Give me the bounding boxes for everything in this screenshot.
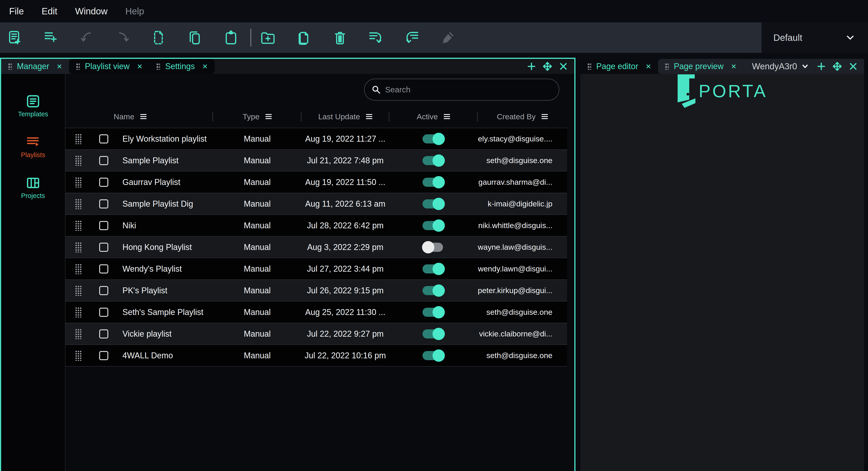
column-menu-icon[interactable]	[366, 114, 372, 119]
table-row[interactable]: Gaurrav Playlist Manual Aug 19, 2022 11:…	[65, 172, 567, 193]
column-header-name[interactable]: Name	[65, 106, 213, 128]
row-drag-handle-icon[interactable]	[75, 220, 82, 231]
table-row[interactable]: Sample Playlist Manual Jul 21, 2022 7:48…	[65, 150, 567, 172]
table-row[interactable]: 4WALL Demo Manual Jul 22, 2022 10:16 pm …	[65, 345, 567, 366]
active-toggle[interactable]	[422, 241, 445, 254]
row-drag-handle-icon[interactable]	[75, 329, 82, 339]
column-menu-icon[interactable]	[541, 114, 548, 119]
add-tab-icon[interactable]	[817, 62, 826, 71]
table-row[interactable]: Wendy's Playlist Manual Jul 27, 2022 3:4…	[65, 258, 567, 280]
drag-handle-icon[interactable]	[587, 63, 591, 70]
active-toggle[interactable]	[422, 219, 445, 232]
search-input[interactable]	[385, 85, 552, 94]
search-box[interactable]	[364, 79, 559, 100]
column-menu-icon[interactable]	[444, 114, 450, 119]
delete-icon[interactable]	[332, 26, 348, 49]
row-drag-handle-icon[interactable]	[75, 199, 82, 209]
export-playlist-icon[interactable]	[404, 26, 421, 49]
paste-icon[interactable]	[222, 26, 239, 49]
tab-playlist-view[interactable]: Playlist view ✕	[69, 59, 149, 74]
sidebar-item-projects[interactable]: Projects	[21, 176, 45, 200]
row-checkbox[interactable]	[99, 221, 108, 230]
active-toggle[interactable]	[422, 285, 445, 297]
close-tab-icon[interactable]: ✕	[646, 62, 651, 70]
row-drag-handle-icon[interactable]	[75, 285, 82, 296]
new-folder-icon[interactable]	[259, 26, 276, 49]
row-checkbox[interactable]	[99, 329, 108, 338]
menu-edit[interactable]: Edit	[41, 6, 57, 17]
active-toggle[interactable]	[422, 154, 445, 167]
tab-settings[interactable]: Settings ✕	[149, 59, 215, 74]
tab-manager[interactable]: Manager ✕	[1, 59, 69, 74]
row-checkbox[interactable]	[99, 286, 108, 295]
row-checkbox[interactable]	[99, 199, 108, 208]
drag-handle-icon[interactable]	[76, 63, 80, 70]
column-menu-icon[interactable]	[140, 114, 147, 119]
column-header-last-update[interactable]: Last Update	[302, 106, 389, 128]
user-selector[interactable]: WendyA3r0	[752, 59, 809, 74]
table-row[interactable]: PK's Playlist Manual Jul 26, 2022 9:15 p…	[65, 280, 567, 301]
table-row[interactable]: Hong Kong Playlist Manual Aug 3, 2022 2:…	[65, 237, 567, 258]
close-panel-icon[interactable]	[848, 62, 858, 71]
table-row[interactable]: Niki Manual Jul 28, 2022 6:42 pm niki.wh…	[65, 215, 567, 237]
move-panel-icon[interactable]	[833, 62, 842, 71]
row-drag-handle-icon[interactable]	[75, 177, 82, 187]
cut-document-icon[interactable]	[151, 26, 167, 49]
duplicate-icon[interactable]	[296, 26, 312, 49]
row-checkbox[interactable]	[99, 178, 108, 187]
close-tab-icon[interactable]: ✕	[57, 62, 62, 70]
table-row[interactable]: Vickie playlist Manual Jul 22, 2022 9:27…	[65, 323, 567, 345]
drag-handle-icon[interactable]	[665, 63, 669, 70]
row-drag-handle-icon[interactable]	[75, 155, 82, 166]
add-playlist-icon[interactable]	[42, 26, 59, 49]
row-checkbox[interactable]	[99, 351, 108, 360]
menu-help[interactable]: Help	[125, 6, 144, 17]
close-tab-icon[interactable]: ✕	[202, 62, 208, 70]
active-toggle[interactable]	[422, 263, 445, 275]
import-playlist-icon[interactable]	[368, 26, 384, 49]
column-header-created-by[interactable]: Created By	[478, 106, 567, 128]
row-checkbox[interactable]	[99, 308, 108, 317]
row-checkbox[interactable]	[99, 264, 108, 273]
column-header-active[interactable]: Active	[389, 106, 478, 128]
column-menu-icon[interactable]	[266, 114, 272, 119]
row-drag-handle-icon[interactable]	[75, 134, 82, 144]
row-drag-handle-icon[interactable]	[75, 242, 82, 253]
row-drag-handle-icon[interactable]	[75, 307, 82, 318]
active-toggle[interactable]	[422, 133, 445, 145]
profile-selector[interactable]: Default	[762, 22, 868, 53]
close-tab-icon[interactable]: ✕	[137, 62, 143, 70]
table-row[interactable]: Sample Playlist Dig Manual Aug 11, 2022 …	[65, 193, 567, 215]
close-tab-icon[interactable]: ✕	[731, 62, 737, 70]
copy-icon[interactable]	[186, 26, 204, 49]
redo-icon[interactable]	[115, 26, 131, 49]
edit-pencil-icon[interactable]	[440, 26, 457, 49]
drag-handle-icon[interactable]	[156, 63, 160, 70]
active-toggle[interactable]	[422, 306, 445, 318]
tab-page-preview[interactable]: Page preview ✕	[658, 59, 743, 74]
row-checkbox[interactable]	[99, 243, 108, 252]
undo-icon[interactable]	[79, 26, 95, 49]
drag-handle-icon[interactable]	[8, 63, 12, 70]
active-toggle[interactable]	[422, 349, 445, 362]
active-toggle[interactable]	[422, 328, 445, 340]
sidebar-item-templates[interactable]: Templates	[18, 94, 48, 118]
active-toggle[interactable]	[422, 198, 445, 210]
tab-page-editor[interactable]: Page editor ✕	[581, 59, 658, 74]
menu-file[interactable]: File	[9, 6, 24, 17]
row-drag-handle-icon[interactable]	[75, 350, 82, 361]
column-header-type[interactable]: Type	[213, 106, 302, 128]
table-row[interactable]: Seth's Sample Playlist Manual Aug 25, 20…	[65, 301, 567, 323]
playlist-last-update: Aug 19, 2022 11:27 ...	[305, 134, 385, 144]
sidebar-item-playlists[interactable]: Playlists	[21, 135, 45, 159]
active-toggle[interactable]	[422, 176, 445, 188]
row-drag-handle-icon[interactable]	[75, 264, 82, 274]
add-tab-icon[interactable]	[527, 62, 536, 71]
close-panel-icon[interactable]	[559, 62, 568, 71]
row-checkbox[interactable]	[99, 156, 108, 165]
row-checkbox[interactable]	[99, 134, 108, 144]
table-row[interactable]: Ely Workstation playlist Manual Aug 19, …	[65, 128, 567, 150]
new-template-icon[interactable]	[6, 26, 23, 49]
menu-window[interactable]: Window	[75, 6, 107, 17]
move-panel-icon[interactable]	[543, 62, 552, 71]
